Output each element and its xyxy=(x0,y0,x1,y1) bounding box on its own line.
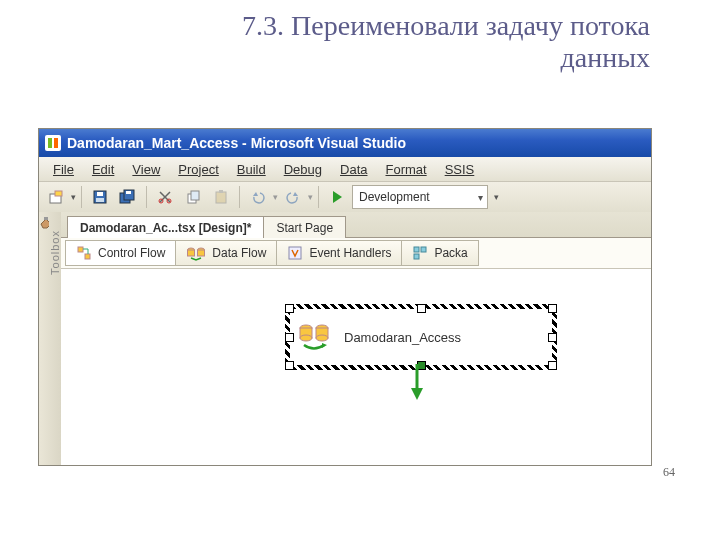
save-button[interactable] xyxy=(87,184,113,210)
svg-rect-20 xyxy=(188,250,195,256)
tab-package-explorer[interactable]: Packa xyxy=(401,240,478,266)
window-title: Damodaran_Mart_Access - Microsoft Visual… xyxy=(67,135,406,151)
data-flow-task-icon xyxy=(296,322,332,352)
data-flow-icon xyxy=(186,245,206,261)
resize-handle[interactable] xyxy=(417,304,426,313)
toolbox-icon xyxy=(39,216,49,230)
svg-rect-9 xyxy=(126,191,131,194)
new-project-button[interactable] xyxy=(43,184,69,210)
svg-rect-17 xyxy=(78,247,83,252)
svg-rect-22 xyxy=(198,250,205,256)
toolbar: ▾ ▾ ▾ Development xyxy=(39,182,651,213)
toolbar-separator xyxy=(146,186,147,208)
task-name-label[interactable]: Damodaran_Access xyxy=(344,330,461,345)
svg-point-32 xyxy=(316,335,328,341)
resize-handle[interactable] xyxy=(548,304,557,313)
tab-start-page[interactable]: Start Page xyxy=(263,216,346,238)
tab-event-handlers[interactable]: Event Handlers xyxy=(276,240,402,266)
svg-rect-16 xyxy=(44,217,48,220)
menubar[interactable]: File Edit View Project Build Debug Data … xyxy=(39,157,651,182)
toolbox-sidebar[interactable]: Toolbox xyxy=(39,212,62,465)
document-tab-bar: Damodaran_Ac...tsx [Design]* Start Page xyxy=(61,212,651,238)
svg-rect-5 xyxy=(97,192,103,196)
output-arrow[interactable] xyxy=(409,364,425,402)
control-flow-icon xyxy=(76,245,92,261)
svg-point-29 xyxy=(300,335,312,341)
save-all-button[interactable] xyxy=(115,184,141,210)
toolbar-separator xyxy=(239,186,240,208)
svg-rect-14 xyxy=(216,192,226,203)
resize-handle[interactable] xyxy=(285,333,294,342)
menu-debug[interactable]: Debug xyxy=(276,160,330,179)
vs-window: Damodaran_Mart_Access - Microsoft Visual… xyxy=(38,128,652,466)
package-icon xyxy=(412,245,428,261)
titlebar: Damodaran_Mart_Access - Microsoft Visual… xyxy=(39,129,651,157)
menu-data[interactable]: Data xyxy=(332,160,375,179)
menu-file[interactable]: File xyxy=(45,160,82,179)
menu-ssis[interactable]: SSIS xyxy=(437,160,483,179)
menu-build[interactable]: Build xyxy=(229,160,274,179)
menu-edit[interactable]: Edit xyxy=(84,160,122,179)
tab-label: Packa xyxy=(434,246,467,260)
designer-tab-bar: Control Flow Data Flow Event Handlers Pa… xyxy=(61,238,651,269)
toolbox-label: Toolbox xyxy=(49,230,61,275)
svg-rect-25 xyxy=(421,247,426,252)
menu-view[interactable]: View xyxy=(124,160,168,179)
page-number: 64 xyxy=(663,465,675,480)
svg-rect-18 xyxy=(85,254,90,259)
svg-rect-24 xyxy=(414,247,419,252)
svg-rect-13 xyxy=(191,191,199,200)
config-dropdown[interactable]: Development xyxy=(352,185,488,209)
paste-button[interactable] xyxy=(208,184,234,210)
resize-handle[interactable] xyxy=(285,361,294,370)
tab-design[interactable]: Damodaran_Ac...tsx [Design]* xyxy=(67,216,264,238)
svg-rect-26 xyxy=(414,254,419,259)
config-dropdown-label: Development xyxy=(359,190,430,204)
svg-rect-15 xyxy=(219,190,223,193)
redo-button[interactable] xyxy=(280,184,306,210)
data-flow-task[interactable]: Damodaran_Access xyxy=(285,304,557,370)
svg-rect-3 xyxy=(55,191,62,196)
event-handlers-icon xyxy=(287,245,303,261)
tab-data-flow[interactable]: Data Flow xyxy=(175,240,277,266)
undo-button[interactable] xyxy=(245,184,271,210)
resize-handle[interactable] xyxy=(548,361,557,370)
resize-handle[interactable] xyxy=(548,333,557,342)
tab-label: Event Handlers xyxy=(309,246,391,260)
tab-label: Data Flow xyxy=(212,246,266,260)
resize-handle[interactable] xyxy=(285,304,294,313)
start-debug-button[interactable] xyxy=(324,184,350,210)
tab-label: Control Flow xyxy=(98,246,165,260)
menu-format[interactable]: Format xyxy=(377,160,434,179)
svg-rect-1 xyxy=(54,138,58,148)
toolbar-separator xyxy=(318,186,319,208)
slide-title: 7.3. Переименовали задачу потока данных xyxy=(110,10,650,74)
cut-button[interactable] xyxy=(152,184,178,210)
menu-project[interactable]: Project xyxy=(170,160,226,179)
svg-rect-0 xyxy=(48,138,52,148)
tab-control-flow[interactable]: Control Flow xyxy=(65,240,176,266)
svg-rect-6 xyxy=(96,198,104,202)
toolbar-separator xyxy=(81,186,82,208)
app-icon xyxy=(45,135,61,151)
copy-button[interactable] xyxy=(180,184,206,210)
